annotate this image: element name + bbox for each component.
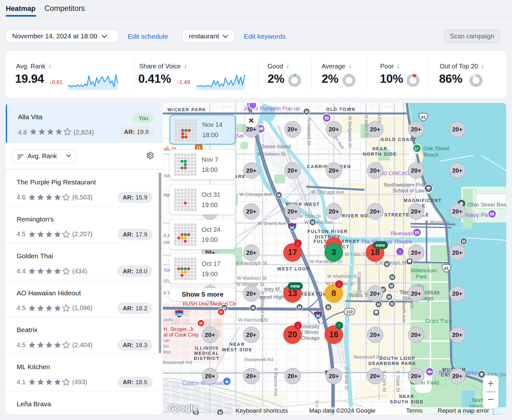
svg-text:E Randolph St: E Randolph St — [375, 260, 407, 265]
svg-text:S Canal St: S Canal St — [344, 367, 349, 390]
svg-text:H. Stroger, Jr.: H. Stroger, Jr. — [164, 326, 195, 332]
svg-text:Un: Un — [164, 338, 170, 343]
svg-text:NEAR: NEAR — [399, 394, 414, 399]
svg-text:WICKER PARK: WICKER PARK — [167, 107, 206, 112]
svg-text:MAGNIFICENT: MAGNIFICENT — [404, 198, 442, 203]
svg-text:M: M — [219, 410, 222, 415]
svg-text:NEAR: NEAR — [229, 342, 245, 347]
svg-text:S Ashland Ave: S Ashland Ave — [260, 292, 265, 322]
svg-text:Roosevelt Rd: Roosevelt Rd — [163, 360, 192, 365]
svg-text:M: M — [298, 305, 301, 310]
svg-text:W Ohio St: W Ohio St — [299, 213, 321, 219]
svg-text:Chicago: Chicago — [301, 335, 320, 341]
svg-text:W Randolph St: W Randolph St — [235, 260, 268, 266]
svg-text:M: M — [311, 220, 314, 225]
svg-text:WEST SIDE: WEST SIDE — [222, 347, 252, 352]
svg-text:W Grand Ave: W Grand Ave — [258, 221, 286, 226]
svg-text:GOLD COAST: GOLD COAST — [380, 137, 417, 142]
svg-text:H: H — [199, 321, 202, 326]
svg-text:M: M — [390, 302, 394, 306]
svg-text:W Division St: W Division St — [257, 151, 285, 157]
svg-text:Millennium: Millennium — [411, 268, 437, 274]
svg-text:♪: ♪ — [399, 249, 401, 254]
svg-text:al of Cook Cnty: al of Cook Cnty — [164, 332, 198, 338]
svg-text:Sal: Sal — [236, 133, 244, 139]
svg-text:Roosevelt Rd: Roosevelt Rd — [354, 354, 382, 360]
svg-text:kso: kso — [164, 349, 171, 354]
svg-text:M: M — [377, 302, 380, 307]
svg-text:90: 90 — [316, 314, 320, 318]
svg-text:WEST LOOP: WEST LOOP — [277, 266, 310, 271]
svg-text:M: M — [277, 193, 280, 198]
svg-text:RUSH Univ Medical Ctr: RUSH Univ Medical Ctr — [183, 301, 236, 307]
svg-text:110: 110 — [346, 309, 353, 314]
svg-text:M: M — [385, 262, 388, 267]
svg-text:Ohio Street Beach: Ohio Street Beach — [468, 202, 506, 208]
svg-text:W Madison St: W Madison St — [237, 275, 267, 281]
svg-text:ILLINOIS: ILLINOIS — [195, 346, 219, 351]
svg-text:41: 41 — [444, 266, 449, 271]
svg-text:M: M — [327, 305, 330, 310]
svg-text:Grant Park: Grant Park — [425, 318, 452, 324]
svg-text:OLD TOWN: OLD TOWN — [326, 107, 356, 112]
svg-text:M: M — [390, 284, 393, 288]
svg-text:SOUTH LOOP: SOUTH LOOP — [380, 356, 416, 361]
svg-text:FULTON RIVER: FULTON RIVER — [308, 229, 348, 234]
svg-text:Beach: Beach — [423, 152, 439, 158]
svg-text:Oak Street: Oak Street — [423, 145, 450, 152]
svg-text:W Chicago Ave: W Chicago Ave — [239, 191, 272, 197]
svg-text:M: M — [252, 306, 255, 310]
svg-text:W Madison St: W Madison St — [327, 273, 357, 279]
svg-text:Google: Google — [168, 403, 198, 413]
svg-text:M: M — [462, 239, 465, 244]
svg-text:M: M — [391, 275, 394, 280]
svg-text:W Chicago Ave: W Chicago Ave — [311, 189, 344, 195]
svg-text:NORTH SIDE: NORTH SIDE — [363, 152, 397, 157]
svg-text:sta: sta — [164, 173, 170, 178]
svg-text:School of Law: School of Law — [393, 188, 425, 193]
svg-text:MEDICAL: MEDICAL — [194, 351, 219, 356]
svg-text:W Lake St: W Lake St — [345, 251, 367, 257]
svg-text:N Halsted St: N Halsted St — [307, 118, 312, 145]
svg-text:N Sedgwick St: N Sedgwick St — [348, 116, 353, 148]
svg-text:41: 41 — [421, 115, 426, 120]
svg-text:niversity: niversity — [301, 324, 320, 329]
svg-text:290: 290 — [176, 313, 182, 317]
svg-text:DISTRICT: DISTRICT — [194, 356, 220, 361]
svg-text:NEAR: NEAR — [372, 146, 388, 151]
svg-text:Riverwalk: Riverwalk — [391, 230, 414, 237]
svg-text:S Wabash Ave: S Wabash Ave — [402, 292, 407, 323]
svg-text:Goose Island: Goose Island — [260, 144, 291, 149]
svg-text:ashi: ashi — [164, 317, 172, 322]
svg-text:90: 90 — [290, 226, 294, 230]
svg-text:M: M — [388, 295, 391, 299]
svg-text:M: M — [305, 110, 308, 114]
svg-text:S State St: S State St — [396, 370, 401, 392]
svg-text:H: H — [220, 310, 222, 315]
svg-text:SOUTH SIDE: SOUTH SIDE — [390, 399, 424, 404]
svg-text:Park: Park — [416, 274, 427, 280]
svg-text:f Illinois: f Illinois — [301, 330, 318, 335]
svg-text:W Grand Ave: W Grand Ave — [304, 219, 333, 225]
svg-text:E Illinois St: E Illinois St — [425, 219, 449, 225]
svg-text:lm: lm — [164, 343, 169, 349]
svg-text:Roosevelt Rd: Roosevelt Rd — [244, 357, 273, 362]
svg-text:DEARBORN PARK: DEARBORN PARK — [368, 361, 416, 366]
svg-text:S Racine Ave: S Racine Ave — [273, 368, 279, 396]
